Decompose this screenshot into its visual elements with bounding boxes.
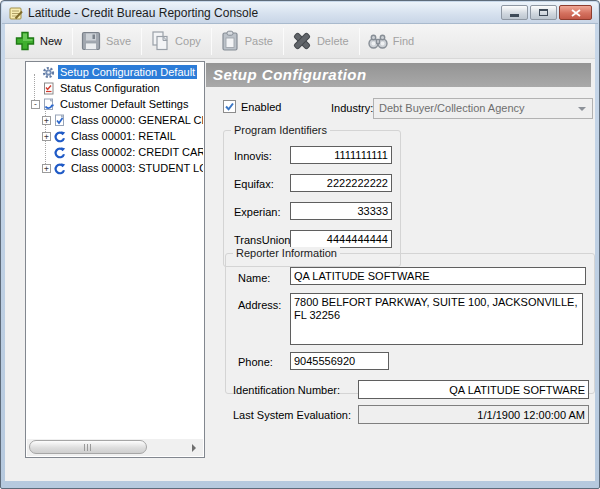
expand-expander[interactable]: +: [42, 132, 51, 141]
maximize-icon: [539, 9, 548, 16]
tree-item-label: Class 00003: STUDENT LOANS: [69, 161, 203, 175]
save-floppy-icon: [79, 29, 103, 53]
close-button[interactable]: [559, 5, 592, 20]
delete-button-label: Delete: [317, 35, 349, 47]
class-sync-icon: [53, 130, 66, 143]
industry-label: Industry:: [331, 102, 373, 114]
delete-button[interactable]: Delete: [287, 27, 356, 55]
scrollbar-thumb[interactable]: [29, 440, 147, 454]
find-binoculars-icon: [366, 29, 390, 53]
checkmark-icon: [224, 101, 235, 112]
collapse-expander[interactable]: -: [31, 100, 40, 109]
phone-label: Phone:: [238, 356, 273, 368]
industry-value: Debt Buyer/Collection Agency: [379, 102, 525, 114]
save-button[interactable]: Save: [76, 27, 138, 55]
copy-button-label: Copy: [175, 35, 201, 47]
identification-number-input[interactable]: [358, 380, 589, 399]
address-label: Address:: [238, 299, 281, 311]
equifax-label: Equifax:: [234, 178, 274, 190]
client-area: New Save Copy Paste: [5, 24, 595, 481]
enabled-row: Enabled: [223, 100, 281, 113]
minimize-icon: [510, 14, 519, 17]
tree-item-class-00001[interactable]: + Class 00001: RETAIL: [27, 128, 203, 144]
tree-rows: Setup Configuration Default Status Confi…: [27, 64, 203, 439]
tree-item-class-00000[interactable]: + Class 00000: GENERAL CLASS OF B: [27, 112, 203, 128]
app-window: Latitude - Credit Bureau Reporting Conso…: [0, 0, 600, 489]
enabled-checkbox[interactable]: [223, 100, 236, 113]
class-sync-icon: [53, 162, 66, 175]
transunion-label: TransUnion:: [234, 234, 294, 246]
address-textarea[interactable]: 7800 BELFORT PARKWAY, SUITE 100, JACKSON…: [290, 293, 583, 345]
tree-item-label: Customer Default Settings: [58, 97, 190, 111]
industry-dropdown[interactable]: Debt Buyer/Collection Agency: [373, 98, 593, 119]
tree-item-class-00003[interactable]: + Class 00003: STUDENT LOANS: [27, 160, 203, 176]
toolbar: New Save Copy Paste: [5, 24, 595, 59]
customer-doc-icon: [42, 98, 55, 111]
class-sync-icon: [53, 146, 66, 159]
last-system-evaluation-field: [358, 405, 589, 424]
new-button[interactable]: New: [10, 27, 69, 55]
innovis-label: Innovis:: [234, 150, 272, 162]
chevron-down-icon: [578, 107, 586, 111]
tree-item-label: Setup Configuration Default: [58, 65, 197, 79]
toolbar-separator: [211, 28, 212, 55]
horizontal-scrollbar: [27, 439, 203, 456]
app-icon: [8, 5, 24, 21]
status-page-icon: [42, 82, 55, 95]
equifax-input[interactable]: [290, 174, 392, 192]
experian-label: Experian:: [234, 206, 280, 218]
paste-button[interactable]: Paste: [215, 27, 280, 55]
new-button-label: New: [40, 35, 62, 47]
toolbar-separator: [72, 28, 73, 55]
reporter-information-group: Reporter Information Name: Address: 7800…: [225, 253, 595, 394]
save-button-label: Save: [106, 35, 131, 47]
expand-expander[interactable]: +: [42, 116, 51, 125]
paste-button-label: Paste: [245, 35, 273, 47]
tree-item-label: Status Configuration: [58, 81, 162, 95]
program-identifiers-title: Program Identifiers: [231, 124, 330, 136]
reporter-information-title: Reporter Information: [233, 247, 340, 259]
tree-item-label: Class 00001: RETAIL: [69, 129, 178, 143]
tree-item-label: Class 00002: CREDIT CARDS: [69, 145, 203, 159]
toolbar-separator: [141, 28, 142, 55]
toolbar-separator: [359, 28, 360, 55]
last-system-evaluation-label: Last System Evaluation:: [233, 409, 351, 421]
maximize-button[interactable]: [530, 5, 557, 20]
tree-item-class-00002[interactable]: Class 00002: CREDIT CARDS: [27, 144, 203, 160]
tree-panel: Setup Configuration Default Status Confi…: [25, 61, 205, 458]
scrollbar-right-arrow[interactable]: [186, 440, 201, 455]
tree-item-label: Class 00000: GENERAL CLASS OF B: [69, 113, 203, 127]
enabled-label: Enabled: [241, 101, 281, 113]
minimize-button[interactable]: [501, 5, 528, 20]
titlebar: Latitude - Credit Bureau Reporting Conso…: [2, 2, 598, 24]
innovis-input[interactable]: [290, 146, 392, 164]
name-input[interactable]: [290, 267, 586, 285]
new-plus-icon: [13, 29, 37, 53]
close-icon: [571, 9, 581, 17]
identification-number-label: Identification Number:: [233, 384, 340, 396]
toolbar-separator: [283, 28, 284, 55]
window-title: Latitude - Credit Bureau Reporting Conso…: [28, 6, 258, 20]
copy-button[interactable]: Copy: [145, 27, 208, 55]
paste-clipboard-icon: [218, 29, 242, 53]
tree-item-customer-default-settings[interactable]: - Customer Default Settings: [27, 96, 203, 112]
transunion-input[interactable]: [290, 230, 392, 248]
tree-item-status-configuration[interactable]: Status Configuration: [27, 80, 203, 96]
gear-icon: [42, 66, 55, 79]
tree-item-setup-configuration-default[interactable]: Setup Configuration Default: [27, 64, 203, 80]
name-label: Name:: [238, 272, 270, 284]
phone-input[interactable]: [290, 352, 389, 370]
find-button[interactable]: Find: [363, 27, 421, 55]
expand-expander[interactable]: +: [42, 164, 51, 173]
class-doc-icon: [53, 114, 66, 127]
page-title: Setup Configuration: [206, 63, 591, 87]
experian-input[interactable]: [290, 202, 392, 220]
window-controls: [501, 5, 592, 20]
find-button-label: Find: [393, 35, 414, 47]
delete-x-icon: [290, 29, 314, 53]
copy-pages-icon: [148, 29, 172, 53]
